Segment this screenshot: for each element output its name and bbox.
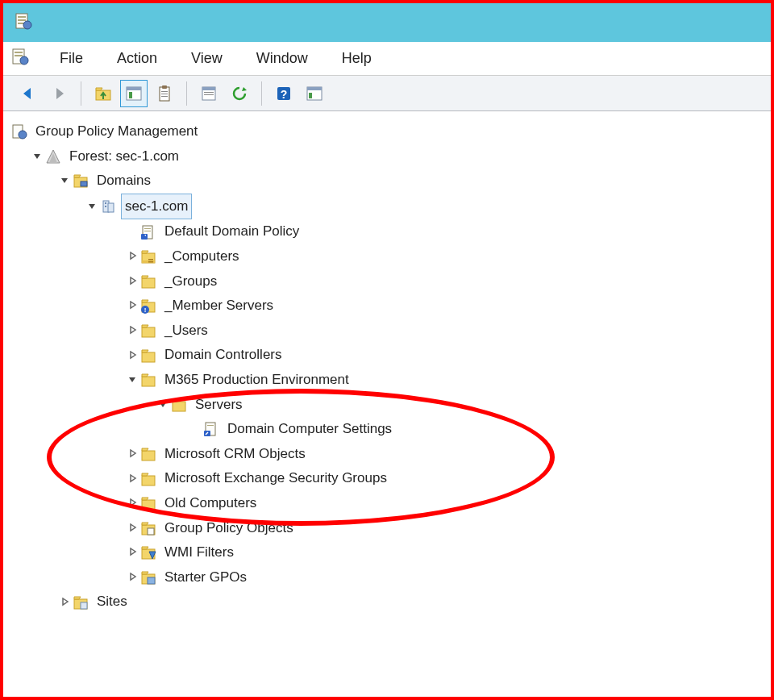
tree-node-label: Forest: sec-1.com bbox=[66, 144, 182, 169]
tree-node-ou[interactable]: Microsoft CRM Objects bbox=[6, 442, 768, 467]
svg-rect-47 bbox=[148, 259, 153, 260]
collapse-glyph-icon[interactable] bbox=[127, 251, 139, 262]
tree-node-ou[interactable]: _Users bbox=[6, 319, 768, 344]
tree-node-label: Domains bbox=[94, 169, 154, 194]
svg-rect-7 bbox=[15, 55, 23, 56]
svg-rect-21 bbox=[204, 92, 214, 93]
expand-glyph-icon[interactable] bbox=[158, 399, 169, 410]
collapse-glyph-icon[interactable] bbox=[127, 325, 139, 336]
tree-node-ou[interactable]: _Computers bbox=[6, 244, 768, 269]
collapse-glyph-icon[interactable] bbox=[127, 350, 139, 361]
collapse-glyph-icon[interactable] bbox=[127, 547, 139, 558]
ou-icon bbox=[140, 372, 156, 388]
tree-node-gpo-link[interactable]: Default Domain Policy bbox=[6, 219, 768, 244]
svg-marker-73 bbox=[142, 523, 148, 525]
svg-rect-43 bbox=[141, 234, 148, 240]
menu-window[interactable]: Window bbox=[247, 47, 318, 70]
svg-rect-66 bbox=[142, 451, 155, 460]
svg-marker-56 bbox=[142, 325, 148, 327]
tree-node-forest[interactable]: Forest: sec-1.com bbox=[6, 144, 768, 169]
properties-panel-icon[interactable] bbox=[120, 80, 148, 107]
svg-rect-61 bbox=[173, 402, 185, 411]
show-hide-action-pane-icon[interactable] bbox=[301, 80, 328, 107]
tree-root[interactable]: Group Policy Management bbox=[6, 119, 768, 144]
sites-icon bbox=[73, 594, 89, 610]
tree-node-ou[interactable]: _Groups bbox=[6, 269, 768, 294]
svg-rect-15 bbox=[162, 85, 167, 89]
forward-icon[interactable] bbox=[45, 80, 73, 107]
tree-node-gpo-folder[interactable]: Group Policy Objects bbox=[6, 516, 768, 541]
collapse-glyph-icon[interactable] bbox=[127, 300, 139, 311]
tree-node-sites[interactable]: Sites bbox=[6, 590, 768, 615]
expand-glyph-icon[interactable] bbox=[127, 374, 139, 385]
tree-node-label: _Users bbox=[161, 319, 211, 344]
back-icon[interactable] bbox=[15, 80, 42, 107]
svg-point-8 bbox=[20, 56, 28, 65]
svg-rect-28 bbox=[309, 93, 312, 98]
tree-node-label: sec-1.com bbox=[121, 194, 192, 220]
up-folder-icon[interactable] bbox=[89, 80, 117, 107]
collapse-glyph-icon[interactable] bbox=[127, 572, 139, 583]
svg-point-30 bbox=[19, 131, 27, 139]
collapse-glyph-icon[interactable] bbox=[127, 473, 139, 485]
collapse-glyph-icon[interactable] bbox=[60, 597, 71, 608]
tree-node-label: _Member Servers bbox=[161, 294, 277, 319]
tree-node-label: Microsoft CRM Objects bbox=[161, 442, 309, 467]
menu-view[interactable]: View bbox=[181, 47, 232, 70]
gpo-link-icon bbox=[140, 224, 156, 240]
tree-node-ou[interactable]: Microsoft Exchange Security Groups bbox=[6, 466, 768, 491]
ou-icon bbox=[171, 397, 187, 413]
expand-glyph-icon[interactable] bbox=[60, 175, 71, 186]
svg-marker-58 bbox=[142, 350, 148, 352]
menu-file[interactable]: File bbox=[50, 47, 93, 70]
svg-marker-45 bbox=[142, 251, 148, 253]
svg-rect-49 bbox=[142, 278, 155, 288]
svg-marker-23 bbox=[242, 87, 247, 91]
starter-gpo-icon bbox=[140, 569, 156, 585]
ou-icon bbox=[140, 471, 156, 487]
svg-rect-17 bbox=[161, 94, 168, 94]
help-icon[interactable]: ? bbox=[270, 80, 298, 107]
tree-node-ou[interactable]: M365 Production Environment bbox=[6, 368, 768, 393]
svg-rect-38 bbox=[105, 202, 106, 204]
tree-node-label: Starter GPOs bbox=[161, 565, 250, 590]
svg-rect-27 bbox=[307, 87, 322, 90]
tree-node-ou[interactable]: Old Computers bbox=[6, 491, 768, 516]
menu-bar: File Action View Window Help bbox=[3, 42, 771, 76]
collapse-glyph-icon[interactable] bbox=[127, 523, 139, 534]
tree-node-starter-gpo[interactable]: Starter GPOs bbox=[6, 565, 768, 590]
tree-view[interactable]: Group Policy Management Forest: sec-1.co… bbox=[3, 111, 771, 623]
svg-marker-82 bbox=[74, 597, 81, 599]
svg-rect-41 bbox=[144, 228, 151, 229]
svg-marker-50 bbox=[142, 276, 148, 278]
tree-node-wmi[interactable]: WMI Filters bbox=[6, 540, 768, 565]
wmi-icon bbox=[140, 544, 156, 560]
clipboard-icon[interactable] bbox=[151, 80, 178, 107]
menu-help[interactable]: Help bbox=[332, 47, 381, 70]
gpm-icon bbox=[11, 123, 27, 140]
svg-rect-74 bbox=[148, 528, 154, 535]
expand-glyph-icon[interactable] bbox=[87, 201, 98, 212]
refresh-icon[interactable] bbox=[226, 80, 253, 107]
menu-action[interactable]: Action bbox=[107, 47, 167, 70]
ou-icon bbox=[140, 323, 156, 339]
collapse-glyph-icon[interactable] bbox=[127, 276, 139, 287]
tree-node-label: Default Domain Policy bbox=[161, 219, 302, 244]
tree-node-gpo-link[interactable]: Domain Computer Settings bbox=[6, 417, 768, 442]
svg-rect-16 bbox=[161, 91, 168, 92]
expand-glyph-icon[interactable] bbox=[32, 151, 44, 162]
export-list-icon[interactable] bbox=[195, 80, 223, 107]
tree-node-ou[interactable]: Domain Controllers bbox=[6, 343, 768, 368]
tree-node-domain[interactable]: sec-1.com bbox=[6, 194, 768, 220]
collapse-glyph-icon[interactable] bbox=[127, 448, 139, 460]
svg-rect-37 bbox=[108, 203, 114, 212]
tree-node-ou[interactable]: ! _Member Servers bbox=[6, 294, 768, 319]
svg-rect-1 bbox=[18, 16, 26, 18]
domains-icon bbox=[73, 173, 89, 189]
svg-rect-55 bbox=[142, 327, 155, 337]
tree-node-domains[interactable]: Domains bbox=[6, 169, 768, 194]
gpo-link-icon bbox=[203, 421, 219, 437]
ou-icon bbox=[140, 348, 156, 364]
collapse-glyph-icon[interactable] bbox=[127, 498, 139, 509]
tree-node-ou[interactable]: Servers bbox=[6, 393, 768, 418]
